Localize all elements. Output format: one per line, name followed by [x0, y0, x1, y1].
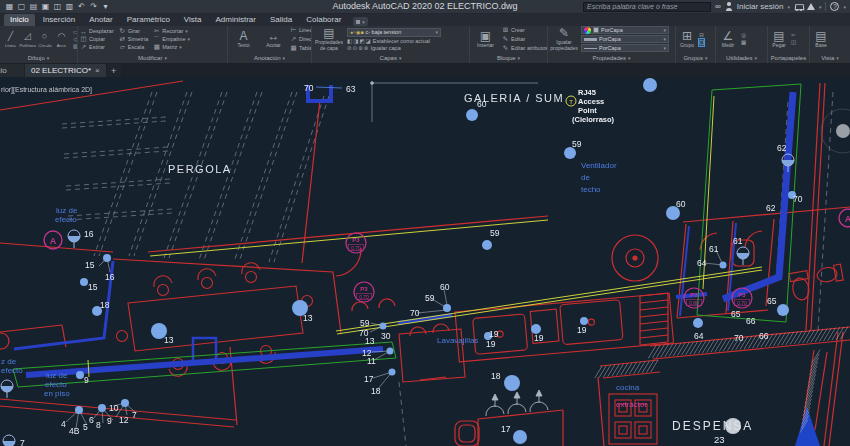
layer-unisolate-icon[interactable]: ◨	[353, 38, 358, 44]
layer-walk-icon[interactable]: ⊚	[358, 45, 363, 51]
set-current-layer-button[interactable]: Establecer como actual	[373, 38, 430, 44]
layer-select[interactable]: ●◔◉■ c- baja tension ▾	[347, 28, 441, 37]
rectangle-tool-icon[interactable]: ▭	[73, 29, 77, 36]
navigation-wheel[interactable]	[821, 109, 850, 153]
undo-icon[interactable]: ↶	[76, 0, 87, 13]
close-tab-icon[interactable]: ×	[95, 66, 100, 75]
ribbon-tab-inicio[interactable]: Inicio	[4, 14, 35, 26]
layer-properties-button[interactable]: ▤ Propiedades de capa	[314, 27, 344, 51]
panel-label-dibujo[interactable]: Dibujo▾	[0, 52, 77, 63]
search-input[interactable]	[583, 2, 711, 12]
copy-tool[interactable]: ◫Copiar	[80, 35, 114, 43]
new-file-icon[interactable]: ▢	[16, 0, 27, 13]
wall-hatch	[690, 341, 698, 354]
help-caret-icon[interactable]: ▾	[843, 4, 846, 10]
new-tab-button[interactable]: +	[107, 64, 121, 77]
device-number: 60	[676, 199, 686, 209]
help-button[interactable]: ?	[830, 2, 839, 11]
dimension-linear-tool[interactable]: ⊢Lineal▾	[290, 26, 311, 34]
layer-prev-icon[interactable]: ⊛	[364, 45, 369, 51]
panel-label-portapapeles[interactable]: Portapapeles	[768, 52, 809, 63]
qat-caret-icon[interactable]: ▾	[100, 0, 111, 13]
wall-hatch	[798, 331, 806, 344]
search-icon[interactable]: ∞	[715, 1, 721, 13]
mirror-tool[interactable]: ⇄Simetría	[119, 35, 148, 43]
ribbon-tab-vista[interactable]: Vista	[178, 14, 208, 26]
move-tool[interactable]: ↔Desplazar	[80, 27, 114, 35]
plot-icon[interactable]: ▥	[64, 0, 75, 13]
layer-unlock-tool-icon[interactable]: ⊙	[353, 45, 358, 51]
object-color-select[interactable]: PorCapa▾	[581, 26, 669, 34]
polyline-tool[interactable]: ◿Polilínea	[19, 31, 36, 48]
layer-isolate-icon[interactable]: ◧	[347, 38, 352, 44]
window-title: Autodesk AutoCAD 2020 02 ELECTRICO.dwg	[332, 1, 517, 11]
sign-in-caret-icon[interactable]: ▾	[787, 4, 790, 10]
selected-tool-icon[interactable]: ▢	[699, 39, 704, 46]
file-tab-start[interactable]: Inicio	[0, 64, 24, 77]
ribbon-options-button[interactable]: ▾	[353, 17, 368, 26]
redo-icon[interactable]: ↷	[88, 0, 99, 13]
hatch-tool-icon[interactable]: ▨	[73, 43, 77, 50]
scale-tool[interactable]: ▱Escala	[119, 43, 148, 51]
ribbon-tab-inserción[interactable]: Inserción	[37, 14, 81, 26]
panel-label-modificar[interactable]: Modificar▾	[78, 52, 227, 63]
ribbon-tab-colaborar[interactable]: Colaborar	[300, 14, 347, 26]
linetype-select[interactable]: PorCapa▾	[581, 44, 669, 52]
circle-tool[interactable]: ○Círculo	[36, 31, 53, 48]
open-file-icon[interactable]: ▤	[28, 0, 39, 13]
block-edit-tool[interactable]: ✎Editar	[502, 35, 547, 43]
panel-label-capas[interactable]: Capas▾	[312, 52, 469, 63]
ellipse-tool-icon[interactable]: ◇	[73, 36, 77, 43]
sign-in-button[interactable]: Iniciar sesión	[737, 2, 784, 11]
layer-color-icon[interactable]: ■	[360, 29, 363, 35]
quick-calc-icon[interactable]: ▦	[741, 39, 746, 46]
arc-tool[interactable]: ◠Arco	[53, 31, 70, 48]
line-tool[interactable]: ╱Línea	[2, 31, 19, 48]
fillet-tool[interactable]: ⌒Empalme▾	[153, 35, 190, 43]
copy-clip-icon[interactable]: ◫	[791, 39, 796, 46]
panel-label-utilidades[interactable]: Utilidades▾	[716, 52, 767, 63]
app-store-cart-icon[interactable]	[794, 3, 803, 11]
alert-icon[interactable]	[807, 3, 815, 10]
layer-lock-tool-icon[interactable]: ⊘	[347, 45, 352, 51]
cut-icon[interactable]: ✂	[791, 32, 796, 39]
leader-tool[interactable]: ↗Directriz	[290, 35, 311, 43]
dimension-tool[interactable]: ↔ Acotar	[260, 30, 287, 49]
ungroup-icon[interactable]: ⊟	[699, 32, 704, 39]
match-layer-button[interactable]: Igualar capa	[370, 45, 400, 51]
panel-label-grupos[interactable]: Grupos▾	[676, 52, 715, 63]
lineweight-select[interactable]: PorCapa▾	[581, 35, 669, 43]
insert-block-button[interactable]: ▣ Insertar	[472, 30, 499, 49]
quick-measure-icon[interactable]: ◎	[741, 32, 746, 39]
base-view-button[interactable]: ▤ Base	[812, 30, 830, 49]
layer-freeze-tool-icon[interactable]: ◩	[359, 38, 364, 44]
app-menu-icon[interactable]: ▦	[4, 0, 15, 13]
ribbon-tab-anotar[interactable]: Anotar	[83, 14, 119, 26]
save-icon[interactable]: ▣	[40, 0, 51, 13]
layer-off-icon[interactable]: ◪	[366, 38, 371, 44]
panel-label-anotacion[interactable]: Anotación▾	[228, 52, 311, 63]
rotate-tool[interactable]: ↻Girar	[119, 27, 148, 35]
save-as-icon[interactable]: ◫	[52, 0, 63, 13]
panel-label-propiedades[interactable]: Propiedades▾	[548, 52, 675, 63]
alert-caret-icon[interactable]: ▾	[819, 4, 822, 10]
linetype-icon	[584, 48, 597, 49]
paste-button[interactable]: ▤ Pegar	[770, 30, 788, 49]
text-tool[interactable]: A Texto	[230, 30, 257, 49]
panel-label-vista[interactable]: Vista▾	[810, 52, 850, 63]
block-edit-attributes-tool[interactable]: ✎Editar atributos▾	[502, 44, 547, 52]
panel-label-bloque[interactable]: Bloque▾	[470, 52, 547, 63]
match-properties-button[interactable]: ✎ Igualar propiedades	[550, 27, 578, 51]
wall-hatch	[657, 345, 665, 358]
drawing-canvas[interactable]: rior][Estructura alámbrica 2D]PERGOLAGAL…	[0, 77, 850, 446]
block-create-tool[interactable]: ⊞Crear	[502, 26, 547, 34]
measure-button[interactable]: ∠ Medir	[718, 30, 738, 49]
ribbon-tab-salida[interactable]: Salida	[264, 14, 298, 26]
stretch-tool[interactable]: ↗Estirar	[80, 43, 114, 51]
ribbon-tab-administrar[interactable]: Administrar	[210, 14, 262, 26]
array-tool[interactable]: ▦Matriz▾	[153, 43, 190, 51]
file-tab-active[interactable]: 02 ELECTRICO* ×	[25, 64, 106, 77]
table-tool[interactable]: ▦Tabla	[290, 44, 311, 52]
ribbon-tab-paramétrico[interactable]: Paramétrico	[121, 14, 176, 26]
group-button[interactable]: ⊞ Grupo	[678, 30, 696, 49]
